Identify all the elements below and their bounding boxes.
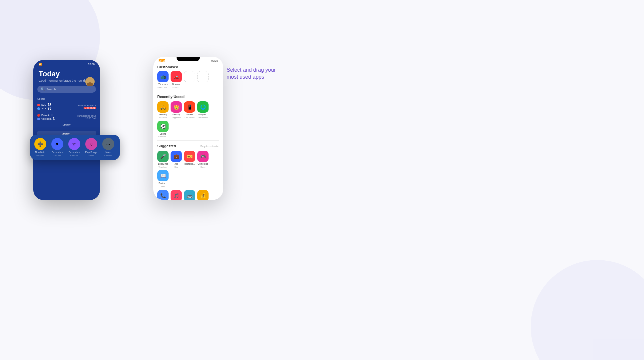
app-netease[interactable]: 🎵 NetEase... Fast service: [171, 190, 182, 200]
tv-series-name: TV series: [158, 83, 167, 86]
car-ticket-icon: 🚌: [184, 190, 195, 200]
quick-action-play-songs[interactable]: ♫ Play Songs Music: [84, 138, 99, 157]
job-icon: 💼: [171, 151, 182, 162]
empty-slot-1: [184, 71, 195, 82]
app-inter-call[interactable]: 📞 Inter call life: [157, 190, 169, 200]
more-sub: Services: [104, 155, 112, 157]
app-book-a[interactable]: 📖 Book a... Drip: [157, 170, 169, 187]
select-drag-tooltip: Select and drag your most used apps: [227, 67, 287, 81]
book-a-icon: 📖: [157, 170, 169, 181]
match-info-1: Playoffs Round 2 ▶ Q3 05:21: [78, 104, 96, 109]
more-btn-1[interactable]: MORE: [37, 122, 96, 128]
team-score-4: 3: [53, 117, 55, 121]
team-score-1: 78: [48, 103, 51, 107]
phone-notch-1: [57, 60, 77, 64]
phone-header-1: Today Good morning, embrace the new day: [33, 67, 100, 86]
phone-1: 📶 03:08 Today Good morning, embrace the …: [33, 60, 100, 200]
mobile-sub: Fast service: [185, 117, 195, 119]
empty-slot-2: [197, 71, 209, 82]
favourites-delivery-sub: Delivery: [54, 155, 61, 157]
boarding-name: boarding...: [185, 163, 195, 165]
phone-2: 📶📶 08:08 Customised 📺 TV series BAIBU VI…: [153, 57, 223, 200]
tv-series-sub: BAIBU VID...: [158, 86, 168, 88]
more-label: More: [106, 151, 111, 154]
boarding-icon: 🎫: [184, 151, 195, 162]
match-row-1: BJE 78 SZZ 76 Playoffs Round 2 ▶ Q3 05:2…: [37, 102, 96, 112]
app-sports[interactable]: ⚽ Sports Know the...: [157, 121, 169, 138]
divider-2: [157, 140, 219, 141]
app-car-ticket[interactable]: 🚌 Car ticket Advantage...: [184, 190, 195, 200]
search-bar-1[interactable]: 🔍 Search...: [37, 86, 96, 93]
match-row-2: Bolonia 0 Varcekia 3 Fourth Round of La …: [37, 112, 96, 122]
the-king-name: The king: [172, 113, 181, 116]
sports-sub: Know the...: [158, 136, 168, 138]
finance-icon: 💰: [197, 190, 209, 200]
play-songs-icon: ♫: [85, 138, 97, 150]
are-you-name: Are you...: [198, 113, 208, 116]
app-mobile[interactable]: 📱 Mobile Fast service: [184, 101, 195, 119]
are-you-sub: Fast service: [198, 117, 208, 119]
quick-action-menu[interactable]: ➕ New Note Notepad ♥ Favourites Delivery…: [30, 135, 120, 160]
phone-notch-2: [177, 57, 200, 61]
favourites-contacts-icon: ☆: [68, 138, 80, 150]
lobby-hot-icon: 🎤: [157, 151, 169, 162]
quick-action-favourites-contacts[interactable]: ☆ Favourites Contacts: [67, 138, 82, 157]
drag-hint: Drag to customise: [201, 145, 219, 147]
app-finance[interactable]: 💰 Finance HUAWEI W...: [197, 190, 209, 200]
tv-series-icon: 📺: [157, 71, 169, 82]
favourites-delivery-icon: ♥: [51, 138, 63, 150]
recently-used-grid: 🛵 Delivery MEITUAN 👑 The king Pepper bel…: [153, 101, 223, 140]
team-dot-3: [37, 114, 40, 117]
delivery-icon: 🛵: [157, 101, 169, 113]
quick-action-new-note[interactable]: ➕ New Note Notepad: [33, 138, 48, 157]
new-note-icon: ➕: [34, 138, 46, 150]
app-new-car[interactable]: 🚗 New car Drivers...: [171, 71, 182, 88]
delivery-name: Delivery: [159, 113, 167, 116]
app-job[interactable]: 💼 Job Gelo: [171, 151, 182, 168]
mobile-icon: 📱: [184, 101, 195, 113]
app-are-you[interactable]: 🌐 Are you... Fast service: [197, 101, 209, 119]
app-empty-2[interactable]: [197, 71, 209, 88]
the-king-sub: Pepper bel: [172, 117, 181, 119]
divider-1: [157, 91, 219, 91]
the-king-icon: 👑: [171, 101, 182, 113]
customised-title: Customised: [153, 63, 223, 70]
suggested-header: Suggested Drag to customise: [153, 141, 223, 150]
team-name-2: SZZ: [41, 107, 46, 110]
search-placeholder: Search...: [46, 88, 58, 91]
status-time: 03:08: [88, 63, 95, 66]
app-the-king[interactable]: 👑 The king Pepper bel: [171, 101, 182, 119]
sport-label: Sports: [37, 97, 96, 100]
app-tv-series[interactable]: 📺 TV series BAIBU VID...: [157, 71, 169, 88]
delivery-sub: MEITUAN: [159, 117, 167, 119]
suggested-grid-row1: 🎤 Lobby hot Tong live... 💼 Job Gelo 🎫 bo…: [153, 150, 223, 189]
app-gome-elec[interactable]: 🎮 Gome elec Game: [197, 151, 209, 168]
new-note-label: New Note: [35, 151, 45, 154]
inter-call-icon: 📞: [157, 190, 169, 200]
status-time-2: 08:08: [211, 59, 218, 62]
match-round-2: Fourth Round of La: [76, 115, 96, 117]
job-name: Job: [175, 163, 178, 165]
favourites-contacts-label: Favourites: [69, 151, 80, 154]
sports-icon: ⚽: [157, 121, 169, 132]
app-boarding[interactable]: 🎫 boarding...: [184, 151, 195, 168]
app-lobby-hot[interactable]: 🎤 Lobby hot Tong live...: [157, 151, 169, 168]
sports-name: Sports: [160, 133, 166, 135]
new-car-name: New car: [172, 83, 180, 86]
app-delivery[interactable]: 🛵 Delivery MEITUAN: [157, 101, 169, 119]
quick-action-more[interactable]: ··· More Services: [101, 138, 116, 157]
team-dot-1: [37, 104, 40, 106]
netease-icon: 🎵: [171, 190, 182, 200]
recently-used-title: Recently Usesd: [157, 93, 185, 100]
team-score-3: 0: [52, 113, 54, 117]
quick-action-favourites-delivery[interactable]: ♥ Favourites Delivery: [50, 138, 65, 157]
app-empty-1[interactable]: [184, 71, 195, 88]
gome-elec-name: Gome elec: [198, 163, 208, 165]
gome-elec-icon: 🎮: [197, 151, 209, 162]
scores-section: Sports BJE 78 SZZ 76: [33, 96, 100, 129]
customised-grid: 📺 TV series BAIBU VID... 🚗 New car Drive…: [153, 70, 223, 90]
favourites-delivery-label: Favourites: [52, 151, 63, 154]
are-you-icon: 🌐: [197, 101, 209, 113]
recently-used-header: Recently Usesd: [153, 92, 223, 101]
phones-container: 📶 03:08 Today Good morning, embrace the …: [33, 60, 223, 200]
